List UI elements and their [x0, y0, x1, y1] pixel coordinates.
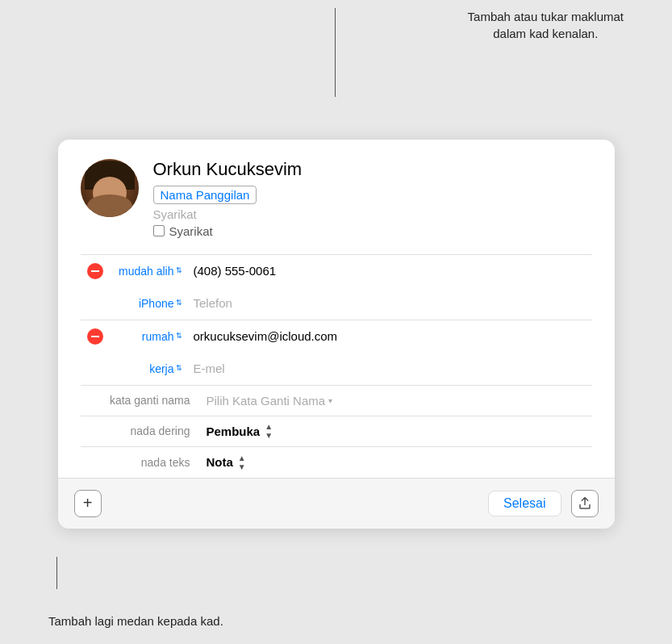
phone-chevron-2: ⇅	[176, 299, 182, 307]
phone-remove-1	[81, 263, 110, 279]
annotation-line-bottom	[56, 557, 57, 589]
kata-ganti-row: kata ganti nama Pilih Kata Ganti Nama ▾	[81, 386, 592, 416]
card-body: Orkun Kucuksevim Nama Panggilan Syarikat…	[58, 140, 615, 477]
nada-dering-label-col: nada dering	[110, 424, 207, 438]
nada-teks-label: nada teks	[141, 456, 198, 469]
done-button[interactable]: Selesai	[488, 491, 561, 516]
phone-chevron-1: ⇅	[176, 267, 182, 274]
company-row: Syarikat	[153, 224, 592, 238]
phone-label-col-1: mudah alih ⇅	[110, 265, 190, 278]
remove-phone-button-1[interactable]	[87, 263, 103, 279]
company-checkbox[interactable]	[153, 225, 165, 236]
kata-ganti-label-col: kata ganti nama	[110, 393, 207, 408]
avatar[interactable]	[81, 159, 139, 217]
phone-label-text-1: mudah alih	[119, 265, 174, 278]
last-name: Kucuksevim	[207, 159, 303, 179]
fields-section: mudah alih ⇅ (408) 555-0061 iPhone ⇅	[81, 254, 592, 478]
nada-teks-stepper: ▲▼	[238, 454, 246, 471]
annotation-line-top	[335, 8, 336, 97]
email-chevron-2: ⇅	[176, 365, 182, 372]
nada-dering-value-text: Pembuka	[207, 424, 261, 438]
email-row-1: rumah ⇅ orkucuksevim@icloud.com	[81, 320, 592, 353]
email-label-1[interactable]: rumah ⇅	[110, 330, 182, 343]
add-field-button[interactable]: +	[74, 490, 102, 517]
phone-label-1[interactable]: mudah alih ⇅	[110, 265, 182, 278]
remove-email-button-1[interactable]	[87, 328, 103, 345]
phone-label-text-2: iPhone	[139, 297, 174, 310]
email-label-text-2: kerja	[149, 362, 173, 375]
avatar-body	[87, 194, 132, 217]
email-label-2[interactable]: kerja ⇅	[110, 362, 182, 375]
phone-placeholder-2[interactable]: Telefon	[190, 296, 592, 310]
first-name: Orkun	[153, 159, 202, 179]
share-button[interactable]	[571, 490, 599, 517]
nada-teks-value[interactable]: Nota ▲▼	[207, 454, 592, 471]
nada-teks-label-col: nada teks	[110, 455, 207, 470]
email-label-col-1: rumah ⇅	[110, 330, 190, 343]
phone-label-2[interactable]: iPhone ⇅	[110, 297, 182, 310]
email-group: rumah ⇅ orkucuksevim@icloud.com kerja ⇅	[81, 320, 592, 386]
contact-info: Orkun Kucuksevim Nama Panggilan Syarikat…	[153, 159, 592, 237]
email-placeholder-2[interactable]: E-mel	[190, 362, 592, 375]
nada-teks-value-text: Nota	[207, 455, 233, 469]
phone-value-1[interactable]: (408) 555-0061	[190, 264, 592, 278]
kata-ganti-value[interactable]: Pilih Kata Ganti Nama ▾	[207, 394, 592, 408]
email-remove-1	[81, 328, 110, 345]
company-placeholder: Syarikat	[153, 207, 592, 221]
email-row-2: kerja ⇅ E-mel	[81, 353, 592, 385]
annotation-top: Tambah atau tukar maklumat dalam kad ken…	[468, 8, 624, 42]
email-label-text-1: rumah	[142, 330, 174, 343]
kata-ganti-label: kata ganti nama	[110, 394, 198, 407]
phone-group: mudah alih ⇅ (408) 555-0061 iPhone ⇅	[81, 255, 592, 320]
phone-row-1: mudah alih ⇅ (408) 555-0061	[81, 255, 592, 287]
nada-dering-value[interactable]: Pembuka ▲▼	[207, 422, 592, 440]
contact-name: Orkun Kucuksevim	[153, 159, 592, 180]
nada-dering-stepper: ▲▼	[265, 422, 273, 440]
nada-teks-row: nada teks Nota ▲▼	[81, 447, 592, 478]
nickname-field[interactable]: Nama Panggilan	[153, 186, 257, 204]
email-chevron-1: ⇅	[176, 332, 182, 340]
avatar-image	[81, 159, 139, 217]
nada-dering-label: nada dering	[131, 424, 198, 437]
annotation-bottom: Tambah lagi medan kepada kad.	[48, 614, 223, 628]
email-value-1[interactable]: orkucuksevim@icloud.com	[190, 329, 592, 343]
company-checkbox-label: Syarikat	[169, 224, 213, 238]
phone-label-col-2: iPhone ⇅	[110, 297, 190, 310]
kata-ganti-value-text: Pilih Kata Ganti Nama	[207, 394, 326, 408]
contact-card: Orkun Kucuksevim Nama Panggilan Syarikat…	[58, 140, 615, 528]
kata-ganti-caret: ▾	[328, 396, 332, 405]
card-footer: + Selesai	[58, 478, 615, 529]
contact-header: Orkun Kucuksevim Nama Panggilan Syarikat…	[81, 159, 592, 237]
phone-row-2: iPhone ⇅ Telefon	[81, 287, 592, 320]
nada-dering-row: nada dering Pembuka ▲▼	[81, 416, 592, 447]
footer-right: Selesai	[488, 490, 598, 517]
share-icon	[578, 496, 592, 511]
email-label-col-2: kerja ⇅	[110, 362, 190, 375]
